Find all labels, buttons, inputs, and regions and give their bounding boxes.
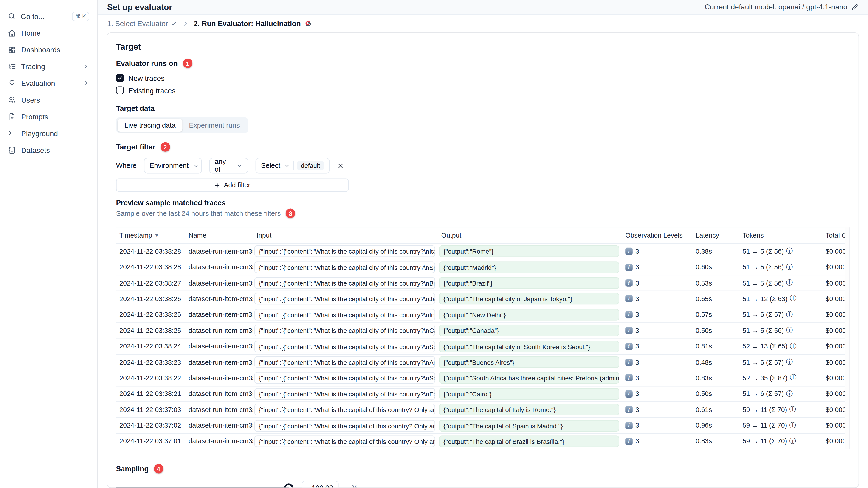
input-json-box[interactable]: {"input":[{"content":"What is the capita… [254,277,435,289]
name-cell: dataset-run-item-cm3s4 [185,279,253,287]
filter-operator-select[interactable]: any of [209,158,248,173]
input-json-box[interactable]: {"input":[{"content":"What is the capita… [254,246,435,257]
input-json-box[interactable]: {"input":[{"content":"What is the capita… [254,261,435,273]
timestamp-cell: 2024-11-22 03:38:26 [116,311,185,319]
database-icon [8,146,16,154]
timestamp-cell: 2024-11-22 03:38:28 [116,248,185,255]
table-row[interactable]: 2024-11-22 03:37:02 dataset-run-item-cm3… [116,418,845,433]
app-window: Go to... ⌘ K Home Dashboards Tracing Eva… [0,0,868,488]
sidebar-item-playground[interactable]: Playground [0,125,97,142]
output-json-box[interactable]: {"output":"Brazil"} [439,277,619,289]
output-cell: {"output":"Buenos Aires"} [438,356,622,368]
input-json-box[interactable]: {"input":[{"content":"What is the capita… [254,372,435,384]
terminal-icon [8,129,16,137]
latency-cell: 0.50s [692,390,739,398]
sampling-slider[interactable] [116,483,289,488]
name-cell: dataset-run-item-cm3s4 [185,437,253,445]
table-row[interactable]: 2024-11-22 03:38:21 dataset-run-item-cm3… [116,386,845,402]
input-json-box[interactable]: {"input":[{"content":"What is the capita… [254,293,435,304]
observation-levels-cell: i 3 [622,374,692,382]
input-json-box[interactable]: {"input":[{"content":"What is the capita… [254,340,435,352]
tokens-cell: 51 → 5 (Σ 56) ⓘ [739,278,822,288]
table-scrollbar[interactable] [844,227,849,449]
output-json-box[interactable]: {"output":"The capital of Italy is Rome.… [439,404,619,416]
input-cell: {"input":[{"content":"What is the capita… [253,246,438,257]
slider-track [116,487,289,488]
input-json-box[interactable]: {"input":[{"content":"What is the capita… [254,404,435,416]
observation-level-value: 3 [636,406,639,414]
output-cell: {"output":"The capital of Brazil is Bras… [438,435,622,447]
sidebar-item-home[interactable]: Home [0,25,97,41]
output-json-box[interactable]: {"output":"Cairo"} [439,388,619,400]
input-json-box[interactable]: {"input":[{"content":"What is the capita… [254,325,435,336]
edit-pencil-icon[interactable] [851,3,859,11]
observation-level-icon: i [625,375,632,382]
output-json-box[interactable]: {"output":"Rome"} [439,246,619,257]
output-cell: {"output":"The capital of Italy is Rome.… [438,404,622,416]
table-row[interactable]: 2024-11-22 03:38:26 dataset-run-item-cm3… [116,291,845,307]
table-row[interactable]: 2024-11-22 03:38:28 dataset-run-item-cm3… [116,260,845,275]
output-json-box[interactable]: {"output":"Madrid"} [439,261,619,273]
add-filter-button[interactable]: Add filter [116,178,348,192]
breadcrumb-step-2[interactable]: 2. Run Evaluator: Hallucination [193,20,312,28]
sidebar-item-dashboards[interactable]: Dashboards [0,41,97,58]
output-json-box[interactable]: {"output":"New Delhi"} [439,309,619,320]
checkbox-new-traces[interactable]: New traces [116,72,849,84]
output-json-box[interactable]: {"output":"Buenos Aires"} [439,356,619,368]
table-row[interactable]: 2024-11-22 03:38:24 dataset-run-item-cm3… [116,339,845,355]
step-badge-3: 3 [286,209,295,218]
default-model-label: Current default model: openai / gpt-4.1-… [705,3,859,11]
table-row[interactable]: 2024-11-22 03:38:25 dataset-run-item-cm3… [116,323,845,339]
total-cost-cell: $0.000011 ( [822,263,845,271]
table-row[interactable]: 2024-11-22 03:37:03 dataset-run-item-cm3… [116,402,845,418]
table-row[interactable]: 2024-11-22 03:38:23 dataset-run-item-cm3… [116,355,845,370]
filter-field-select[interactable]: Environment [144,158,202,173]
table-row[interactable]: 2024-11-22 03:37:01 dataset-run-item-cm3… [116,433,845,449]
checkbox-existing-traces[interactable]: Existing traces [116,85,849,96]
slider-handle[interactable] [284,483,293,488]
goto-search[interactable]: Go to... ⌘ K [0,8,97,25]
table-row[interactable]: 2024-11-22 03:38:26 dataset-run-item-cm3… [116,307,845,323]
observation-level-icon: i [625,359,632,366]
observation-level-value: 3 [636,358,639,366]
input-json-box[interactable]: {"input":[{"content":"What is the capita… [254,356,435,368]
sidebar-item-tracing[interactable]: Tracing [0,58,97,75]
sampling-value-input[interactable] [302,481,339,488]
tokens-cell: 51 → 6 (Σ 57) ⓘ [739,310,822,319]
tab-experiment-runs[interactable]: Experiment runs [182,119,246,132]
output-json-box[interactable]: {"output":"The capital of Brazil is Bras… [439,435,619,447]
tracing-icon [8,62,16,70]
sidebar-item-label: Evaluation [21,79,55,87]
input-json-box[interactable]: {"input":[{"content":"What is the capita… [254,435,435,447]
column-header-latency: Latency [692,231,739,239]
runs-on-label: Evaluator runs on [116,59,178,67]
input-json-box[interactable]: {"input":[{"content":"What is the capita… [254,309,435,320]
filter-value-select[interactable]: Select default [255,158,330,173]
column-header-timestamp[interactable]: Timestamp▼ [116,231,185,239]
output-json-box[interactable]: {"output":"The capital city of South Kor… [439,340,619,352]
sidebar-item-prompts[interactable]: Prompts [0,108,97,125]
sidebar-item-evaluation[interactable]: Evaluation [0,75,97,92]
breadcrumb-step-2-label: 2. Run Evaluator: Hallucination [193,20,301,28]
output-json-box[interactable]: {"output":"South Africa has three capita… [439,372,619,384]
breadcrumb-step-1[interactable]: 1. Select Evaluator [107,20,177,28]
checkbox-checked-icon [116,74,124,82]
remove-filter-button[interactable] [337,162,344,169]
input-json-box[interactable]: {"input":[{"content":"What is the capita… [254,388,435,400]
table-row[interactable]: 2024-11-22 03:38:27 dataset-run-item-cm3… [116,275,845,291]
input-cell: {"input":[{"content":"What is the capita… [253,356,438,368]
sidebar-item-users[interactable]: Users [0,91,97,108]
sidebar-item-datasets[interactable]: Datasets [0,142,97,158]
table-header-row: Timestamp▼ Name Input Output Observation… [116,227,845,243]
total-cost-cell: $0.000011 ( [822,327,845,334]
tab-live-tracing-data[interactable]: Live tracing data [118,119,182,132]
observation-level-icon: i [625,343,632,350]
name-cell: dataset-run-item-cm3s4 [185,295,253,303]
table-row[interactable]: 2024-11-22 03:38:28 dataset-run-item-cm3… [116,244,845,260]
output-json-box[interactable]: {"output":"Canada"} [439,325,619,336]
table-row[interactable]: 2024-11-22 03:38:22 dataset-run-item-cm3… [116,370,845,386]
output-json-box[interactable]: {"output":"The capital city of Japan is … [439,293,619,304]
output-cell: {"output":"Brazil"} [438,277,622,289]
output-json-box[interactable]: {"output":"The capital of Spain is Madri… [439,420,619,431]
input-json-box[interactable]: {"input":[{"content":"What is the capita… [254,420,435,431]
